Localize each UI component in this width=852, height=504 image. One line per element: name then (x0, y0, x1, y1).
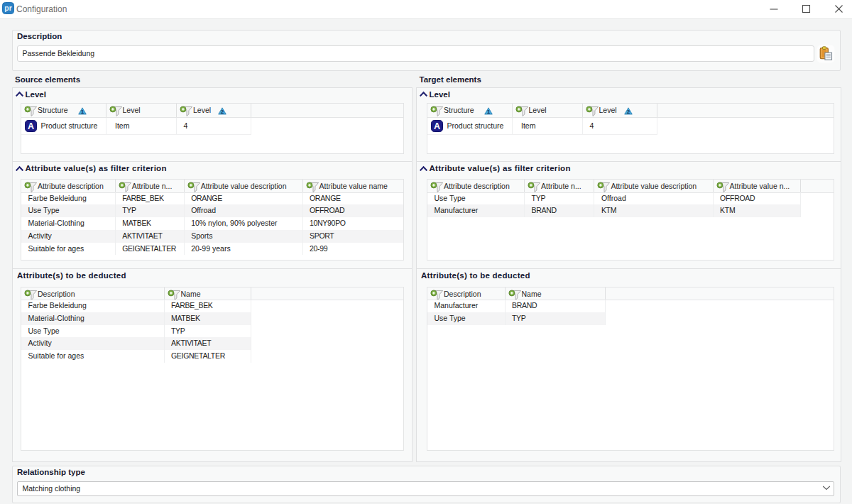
svg-text:1: 1 (81, 109, 84, 115)
svg-text:1: 1 (487, 109, 491, 115)
svg-text:2: 2 (626, 109, 630, 115)
svg-text:2: 2 (221, 109, 224, 115)
svg-text:A: A (28, 121, 34, 131)
svg-text:A: A (434, 121, 440, 131)
svg-text:pr: pr (4, 4, 12, 12)
